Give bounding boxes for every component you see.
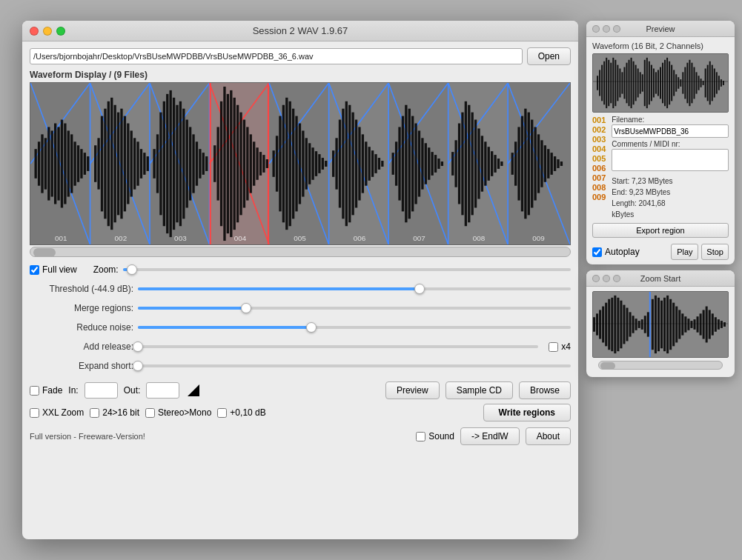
db-label[interactable]: +0,10 dB — [217, 407, 265, 418]
svg-rect-117 — [308, 143, 311, 184]
titlebar: Session 2 WAV 1.9.67 — [22, 21, 578, 41]
svg-rect-299 — [715, 317, 717, 332]
x4-checkbox-label[interactable]: x4 — [549, 341, 571, 352]
svg-rect-285 — [672, 303, 675, 347]
fade-in-field[interactable] — [85, 382, 118, 399]
expand-slider-track[interactable] — [138, 364, 571, 367]
autoplay-checkbox-label[interactable]: Autoplay — [592, 247, 640, 257]
export-region-button[interactable]: Export region — [592, 223, 729, 238]
bit-label[interactable]: 24>16 bit — [90, 407, 139, 418]
region-006[interactable]: 006 — [592, 164, 606, 173]
svg-rect-275 — [641, 319, 643, 330]
region-007[interactable]: 007 — [592, 173, 606, 182]
zoom-scrollbar-thumb[interactable] — [600, 362, 615, 370]
noise-slider-track[interactable] — [138, 326, 571, 329]
stereo-checkbox[interactable] — [145, 408, 155, 418]
svg-rect-115 — [302, 130, 304, 196]
maximize-button[interactable] — [56, 27, 65, 36]
zoom-max-btn[interactable] — [613, 275, 620, 282]
play-button[interactable]: Play — [671, 244, 698, 260]
main-content: Open Waveform Display / (9 Files) — [22, 41, 578, 539]
db-checkbox[interactable] — [217, 408, 227, 418]
release-row: Add release: x4 — [30, 339, 571, 355]
zoom-scrollbar[interactable] — [598, 361, 723, 370]
region-009[interactable]: 009 — [592, 193, 606, 201]
threshold-slider-fill — [138, 287, 420, 290]
release-slider-track[interactable] — [138, 345, 538, 348]
fade-checkbox[interactable] — [30, 386, 39, 396]
svg-rect-114 — [299, 124, 301, 204]
svg-rect-139 — [392, 153, 394, 175]
svg-rect-263 — [605, 303, 607, 347]
sample-cd-button[interactable]: Sample CD — [445, 381, 513, 399]
svg-rect-227 — [660, 67, 661, 99]
region-004[interactable]: 004 — [592, 144, 606, 153]
preview-close-btn[interactable] — [592, 25, 600, 33]
svg-rect-165 — [484, 141, 486, 185]
svg-rect-172 — [514, 141, 517, 185]
autoplay-label: Autoplay — [605, 247, 640, 257]
fade-checkbox-label[interactable]: Fade — [30, 385, 62, 396]
autoplay-checkbox[interactable] — [592, 247, 602, 257]
merge-slider-thumb[interactable] — [241, 303, 251, 313]
noise-slider-thumb[interactable] — [306, 322, 317, 333]
waveform-svg: 001 002 003 004 005 006 007 008 009 — [30, 83, 570, 244]
region-001[interactable]: 001 — [592, 116, 606, 124]
zoom-min-btn[interactable] — [603, 275, 610, 282]
zoom-close-btn[interactable] — [592, 275, 600, 282]
about-button[interactable]: About — [526, 427, 571, 445]
preview-button[interactable]: Preview — [385, 381, 440, 399]
expand-slider-thumb[interactable] — [133, 361, 143, 371]
threshold-slider-thumb[interactable] — [414, 284, 425, 294]
endw-button[interactable]: -> EndlW — [460, 427, 520, 445]
close-button[interactable] — [30, 27, 39, 36]
open-button[interactable]: Open — [527, 47, 571, 65]
release-slider-thumb[interactable] — [133, 341, 143, 352]
svg-rect-280 — [657, 298, 660, 351]
svg-rect-260 — [596, 313, 598, 335]
zoom-slider-track[interactable] — [123, 268, 571, 271]
svg-rect-136 — [374, 154, 377, 173]
x4-checkbox[interactable] — [549, 342, 558, 352]
region-002[interactable]: 002 — [592, 125, 606, 134]
merge-slider-track[interactable] — [138, 307, 571, 310]
zoom-slider-thumb[interactable] — [127, 264, 137, 275]
preview-min-btn[interactable] — [603, 25, 610, 33]
minimize-button[interactable] — [43, 27, 52, 36]
waveform-scrollbar[interactable] — [30, 247, 571, 257]
sound-checkbox[interactable] — [416, 432, 425, 441]
xxl-zoom-checkbox[interactable] — [30, 408, 39, 418]
svg-rect-45 — [57, 127, 59, 200]
stop-button[interactable]: Stop — [701, 244, 729, 260]
bit-checkbox[interactable] — [90, 408, 99, 418]
svg-rect-160 — [468, 105, 470, 223]
in-label: In: — [68, 385, 78, 396]
write-regions-button[interactable]: Write regions — [483, 404, 571, 421]
waveform-display[interactable]: 001 002 003 004 005 006 007 008 009 — [30, 82, 571, 245]
filename-input[interactable] — [612, 124, 729, 138]
filepath-input[interactable] — [30, 48, 523, 64]
sound-checkbox-label[interactable]: Sound — [416, 431, 454, 441]
svg-rect-63 — [120, 109, 122, 219]
svg-rect-71 — [147, 156, 149, 171]
fullview-checkbox[interactable] — [30, 265, 39, 275]
threshold-slider-track[interactable] — [138, 287, 571, 290]
region-005[interactable]: 005 — [592, 154, 606, 163]
svg-rect-98 — [243, 120, 245, 208]
svg-rect-301 — [721, 321, 723, 328]
svg-rect-298 — [712, 313, 714, 335]
preview-max-btn[interactable] — [613, 25, 620, 33]
comments-input[interactable] — [612, 149, 729, 171]
region-008[interactable]: 008 — [592, 183, 606, 192]
svg-rect-169 — [497, 159, 500, 169]
xxl-zoom-label[interactable]: XXL Zoom — [30, 407, 84, 418]
svg-rect-176 — [528, 113, 530, 216]
svg-rect-50 — [73, 141, 76, 185]
scrollbar-thumb[interactable] — [33, 248, 56, 257]
browse-button[interactable]: Browse — [519, 381, 571, 399]
svg-rect-105 — [266, 159, 268, 168]
region-003[interactable]: 003 — [592, 135, 606, 144]
fullview-checkbox-label[interactable]: Full view — [30, 264, 77, 275]
fade-out-field[interactable] — [146, 382, 179, 399]
stereo-label[interactable]: Stereo>Mono — [145, 407, 211, 418]
